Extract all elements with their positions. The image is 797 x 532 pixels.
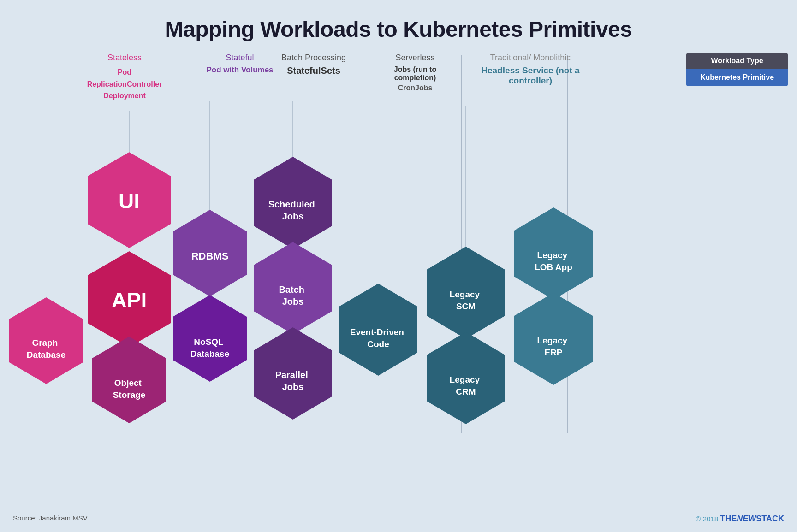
copyright-label: © 2018 THENEWSTACK [696,514,784,524]
hex-ui-label: UI [119,189,140,213]
brand-the: THE [720,514,737,523]
copyright-year: © 2018 [696,515,720,523]
hex-rdbms-label: RDBMS [191,250,229,262]
hexagon-diagram: UI API Graph Database Object Storage RDB… [0,0,797,532]
source-label: Source: Janakiram MSV [13,514,88,522]
brand-stack: STACK [756,514,784,523]
brand-new: NEW [737,514,756,523]
hex-api-label: API [112,288,147,312]
